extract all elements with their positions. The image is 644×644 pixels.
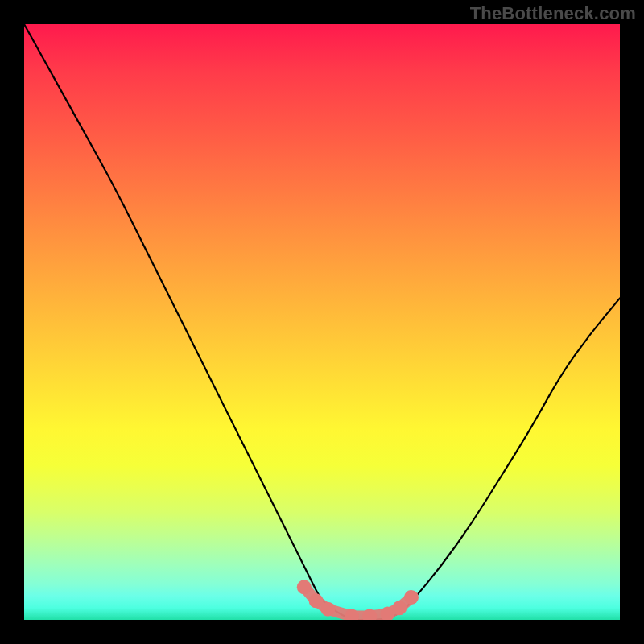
good-zone-marker — [320, 602, 335, 617]
good-zone-marker — [404, 590, 419, 605]
good-zone-marker — [392, 601, 407, 615]
bottleneck-curve-path — [24, 24, 620, 620]
curve-svg — [24, 24, 620, 620]
watermark-text: TheBottleneck.com — [470, 3, 636, 24]
chart-frame: TheBottleneck.com — [0, 0, 644, 644]
good-zone-marker — [309, 593, 324, 608]
plot-area — [24, 24, 620, 620]
good-zone-marker — [297, 580, 312, 594]
